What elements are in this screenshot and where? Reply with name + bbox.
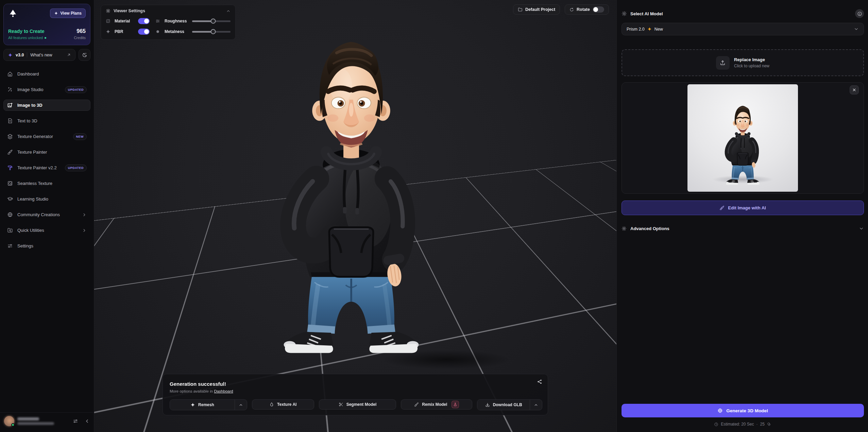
whats-new-button[interactable]: v3.0 What's new: [3, 49, 75, 61]
remesh-options-button[interactable]: [235, 400, 247, 410]
sidebar-item-label: Settings: [17, 243, 33, 248]
credits-value: 965: [74, 28, 86, 34]
viewport-3d-canvas[interactable]: Viewer Settings Material Roughness PBR M…: [94, 0, 616, 432]
collapse-panel-button[interactable]: [226, 9, 231, 13]
project-button-label: Default Project: [525, 7, 555, 12]
sidebar-nav: Dashboard Image Studio UPDATED Image to …: [3, 68, 90, 256]
sidebar-item-label: Quick Utilities: [17, 228, 44, 233]
replace-image-dropzone[interactable]: Replace Image Click to upload new: [622, 49, 864, 76]
clock-icon: [714, 422, 718, 427]
user-meta-redacted: [17, 417, 54, 425]
grid-floor: [94, 0, 616, 432]
brush-icon: [719, 205, 725, 210]
download-options-button[interactable]: [530, 400, 542, 410]
sidebar-item-community-creations[interactable]: Community Creations: [3, 209, 90, 220]
roughness-icon: [155, 19, 161, 23]
estimate-time: Estimated: 20 Sec: [721, 422, 754, 427]
sidebar-item-dashboard[interactable]: Dashboard: [3, 68, 90, 80]
pbr-toggle[interactable]: [138, 29, 150, 35]
edit-image-with-ai-button[interactable]: Edit Image with AI: [622, 201, 864, 215]
advanced-options-label: Advanced Options: [630, 226, 669, 231]
info-button[interactable]: [855, 9, 864, 18]
dashboard-link[interactable]: Dashboard: [214, 389, 233, 393]
pattern-icon: [7, 180, 13, 186]
droplet-icon: [269, 402, 274, 407]
segment-model-button[interactable]: Segment Model: [319, 399, 396, 410]
material-toggle[interactable]: [138, 18, 150, 24]
character-preview-image: [719, 102, 766, 186]
version-tag: v3.0: [16, 53, 24, 57]
advanced-options-toggle[interactable]: Advanced Options: [622, 226, 864, 231]
pbr-label: PBR: [115, 29, 134, 34]
replace-image-subtitle: Click to upload new: [734, 64, 769, 68]
sidebar-item-image-to-3d[interactable]: Image to 3D: [3, 100, 90, 111]
sidebar-item-texture-generator[interactable]: Texture Generator NEW: [3, 131, 90, 142]
sparkles-emoji-icon: [647, 27, 652, 31]
generate-label: Generate 3D Model: [726, 408, 768, 413]
sparkle-plus-icon: [190, 402, 195, 407]
sidebar-item-image-studio[interactable]: Image Studio UPDATED: [3, 84, 90, 95]
remix-model-label: Remix Model: [422, 402, 447, 407]
brush-icon: [7, 149, 13, 155]
sidebar-item-quick-utilities[interactable]: Quick Utilities: [3, 225, 90, 236]
material-icon: [106, 19, 111, 23]
collapse-sidebar-button[interactable]: [84, 418, 90, 424]
roughness-slider[interactable]: [192, 20, 231, 22]
metalness-slider[interactable]: [192, 31, 231, 33]
segment-model-label: Segment Model: [346, 402, 377, 407]
ai-model-select[interactable]: Prism 2.0 New: [622, 23, 864, 35]
sparkle-icon: [54, 11, 58, 15]
default-project-button[interactable]: Default Project: [513, 4, 560, 15]
rotate-control: Rotate: [565, 4, 609, 15]
rotate-toggle[interactable]: [593, 6, 604, 13]
sidebar-item-settings[interactable]: Settings: [3, 240, 90, 252]
settings-sliders-icon: [7, 243, 13, 249]
sidebar-item-text-to-3d[interactable]: Text to 3D: [3, 115, 90, 126]
chevron-up-icon: [534, 403, 538, 407]
remix-model-button[interactable]: Remix Model: [401, 399, 472, 410]
remesh-button[interactable]: Remesh: [170, 400, 235, 410]
rotate-label: Rotate: [577, 7, 590, 12]
view-plans-button[interactable]: View Plans: [50, 8, 86, 18]
viewer-settings-title: Viewer Settings: [114, 8, 145, 13]
generate-3d-model-button[interactable]: Generate 3D Model: [622, 404, 864, 417]
remove-image-button[interactable]: [850, 85, 859, 94]
new-badge: NEW: [73, 133, 87, 140]
upload-icon-box: [716, 56, 730, 70]
sidebar-item-label: Community Creations: [17, 212, 60, 217]
plan-status-title: Ready to Create: [8, 29, 46, 34]
arrow-up-right-icon: [67, 53, 71, 57]
sidebar-item-texture-painter-v22[interactable]: Texture Painter v2.2 UPDATED: [3, 162, 90, 173]
user-settings-button[interactable]: [73, 418, 78, 424]
chevron-down-icon: [859, 226, 864, 231]
credits-label: Credits: [74, 36, 86, 40]
texture-ai-button[interactable]: Texture AI: [252, 399, 314, 410]
sidebar-item-label: Texture Painter: [17, 150, 47, 155]
replace-image-title: Replace Image: [734, 57, 769, 62]
sidebar-item-texture-painter[interactable]: Texture Painter: [3, 146, 90, 158]
sidebar-item-label: Learning Studio: [17, 196, 48, 202]
estimate-separator: ·: [756, 422, 758, 427]
sidebar-item-learning-studio[interactable]: Learning Studio: [3, 193, 90, 205]
gear-icon: [622, 11, 627, 16]
sidebar: View Plans Ready to Create All features …: [0, 0, 94, 432]
document-icon: [7, 118, 13, 124]
generation-estimate: Estimated: 20 Sec · 25: [622, 422, 864, 429]
gear-icon: [106, 8, 110, 13]
chevron-right-icon: [82, 212, 87, 217]
user-email-redacted: [17, 422, 54, 425]
theme-toggle-button[interactable]: [79, 49, 90, 61]
sidebar-item-seamless-texture[interactable]: Seamless Texture: [3, 178, 90, 189]
download-glb-button[interactable]: Download GLB: [477, 400, 530, 410]
status-dot: [45, 37, 46, 39]
share-button[interactable]: [537, 379, 542, 384]
result-subtitle: More options available in: [170, 389, 213, 393]
chevron-right-icon: [82, 228, 87, 233]
plan-card: View Plans Ready to Create All features …: [3, 4, 90, 45]
character-shadow: [382, 350, 511, 369]
remesh-button-group: Remesh: [170, 399, 247, 410]
result-title: Generation successful!: [170, 381, 542, 387]
select-ai-model-title: Select AI Model: [630, 11, 663, 16]
globe-icon: [7, 212, 13, 218]
user-account-row[interactable]: [0, 412, 94, 428]
